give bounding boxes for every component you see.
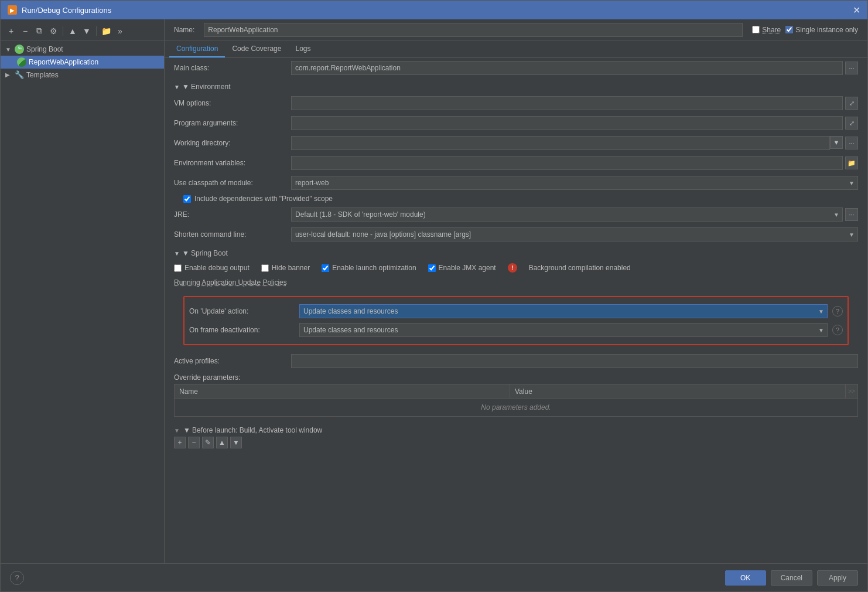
spring-boot-arrow-icon[interactable]: ▼ xyxy=(174,250,180,257)
before-launch-add-button[interactable]: + xyxy=(174,437,186,448)
enable-launch-opt-checkbox[interactable] xyxy=(322,264,329,272)
environment-arrow-icon[interactable]: ▼ xyxy=(174,84,180,90)
main-class-label: Main class: xyxy=(174,64,291,72)
tab-configuration[interactable]: Configuration xyxy=(169,42,225,57)
apply-button[interactable]: Apply xyxy=(817,570,858,586)
on-frame-select-wrapper: Update classes and resources Do nothing … xyxy=(299,323,828,337)
active-profiles-input[interactable] xyxy=(291,354,858,368)
program-args-field: ⤢ xyxy=(291,116,858,130)
main-class-browse-button[interactable]: ··· xyxy=(845,62,858,74)
before-launch-edit-button[interactable]: ✎ xyxy=(202,437,214,448)
jre-browse-button[interactable]: ··· xyxy=(845,208,858,221)
override-params-table: Name Value >> No parameters added. xyxy=(174,384,858,417)
settings-button[interactable]: ⚙ xyxy=(47,25,59,37)
jre-field: Default (1.8 - SDK of 'report-web' modul… xyxy=(291,207,858,222)
main-content: + − ⧉ ⚙ ▲ ▼ 📁 » ▼ 🍃 Spring Boot xyxy=(1,19,867,563)
sidebar-item-report-web-app[interactable]: ReportWebApplication xyxy=(1,56,164,69)
before-launch-remove-button[interactable]: − xyxy=(188,437,200,448)
enable-launch-opt-label: Enable launch optimization xyxy=(332,264,416,272)
classpath-select[interactable]: report-web xyxy=(291,176,858,190)
enable-jmx-checkbox-wrapper: Enable JMX agent xyxy=(428,264,496,272)
close-button[interactable]: ✕ xyxy=(853,5,860,16)
working-dir-browse-button[interactable]: ··· xyxy=(845,137,858,149)
include-deps-checkbox[interactable] xyxy=(183,195,191,203)
on-frame-label: On frame deactivation: xyxy=(189,326,295,334)
run-debug-configurations-dialog: ▶ Run/Debug Configurations ✕ + − ⧉ ⚙ ▲ ▼… xyxy=(0,0,868,592)
vm-options-input[interactable] xyxy=(291,96,843,110)
on-frame-row: On frame deactivation: Update classes an… xyxy=(189,321,843,339)
help-button[interactable]: ? xyxy=(10,571,24,585)
hide-banner-checkbox[interactable] xyxy=(261,264,269,272)
vm-options-row: VM options: ⤢ xyxy=(165,93,867,113)
env-vars-browse-button[interactable]: 📁 xyxy=(845,156,858,169)
on-frame-help-icon[interactable]: ? xyxy=(832,325,843,335)
classpath-label: Use classpath of module: xyxy=(174,179,291,187)
dialog-title: Run/Debug Configurations xyxy=(22,6,111,15)
add-config-button[interactable]: + xyxy=(5,25,17,37)
sidebar-item-spring-boot[interactable]: ▼ 🍃 Spring Boot xyxy=(1,43,164,56)
enable-debug-checkbox[interactable] xyxy=(174,264,182,272)
before-launch-up-button[interactable]: ▲ xyxy=(216,437,228,448)
sidebar: + − ⧉ ⚙ ▲ ▼ 📁 » ▼ 🍃 Spring Boot xyxy=(1,19,165,563)
no-params-text: No parameters added. xyxy=(481,403,551,411)
report-web-app-label: ReportWebApplication xyxy=(29,58,98,66)
program-args-label: Program arguments: xyxy=(174,119,291,127)
running-policies-label: Running Application Update Policies xyxy=(174,276,858,290)
templates-folder-icon: 🔧 xyxy=(15,70,24,79)
share-checkbox-wrapper: Share xyxy=(752,26,781,34)
policy-section: On 'Update' action: Update classes and r… xyxy=(183,296,849,345)
working-dir-input[interactable] xyxy=(291,136,830,150)
expand-button[interactable]: » xyxy=(114,25,126,37)
cancel-button[interactable]: Cancel xyxy=(771,570,812,586)
title-bar: ▶ Run/Debug Configurations ✕ xyxy=(1,1,867,19)
single-instance-label: Single instance only xyxy=(795,26,858,34)
working-dir-label: Working directory: xyxy=(174,139,291,147)
main-class-input[interactable] xyxy=(291,61,843,75)
override-params-section: Override parameters: Name Value >> No pa… xyxy=(165,371,867,419)
ok-button[interactable]: OK xyxy=(725,570,766,586)
enable-debug-label: Enable debug output xyxy=(184,264,250,272)
title-bar-left: ▶ Run/Debug Configurations xyxy=(8,5,111,15)
folder-button[interactable]: 📁 xyxy=(100,25,112,37)
working-dir-dropdown-button[interactable]: ▼ xyxy=(830,136,843,149)
jre-label: JRE: xyxy=(174,210,291,219)
move-up-button[interactable]: ▲ xyxy=(67,25,78,37)
shorten-cmd-row: Shorten command line: user-local default… xyxy=(165,224,867,244)
before-launch-down-button[interactable]: ▼ xyxy=(230,437,242,448)
spring-boot-checkboxes: Enable debug output Hide banner Enable l… xyxy=(174,263,858,273)
program-args-input[interactable] xyxy=(291,116,843,130)
tab-code-coverage[interactable]: Code Coverage xyxy=(225,42,288,57)
on-update-help-icon[interactable]: ? xyxy=(832,306,843,317)
main-class-row: Main class: ··· xyxy=(165,58,867,78)
program-args-expand-button[interactable]: ⤢ xyxy=(845,117,858,130)
jre-select[interactable]: Default (1.8 - SDK of 'report-web' modul… xyxy=(291,207,843,222)
copy-config-button[interactable]: ⧉ xyxy=(33,25,45,37)
enable-jmx-label: Enable JMX agent xyxy=(439,264,496,272)
table-value-header: Value xyxy=(510,385,846,398)
before-launch-header: ▼ ▼ Before launch: Build, Activate tool … xyxy=(174,426,858,434)
environment-label: ▼ Environment xyxy=(182,83,231,91)
enable-jmx-checkbox[interactable] xyxy=(428,264,436,272)
single-instance-checkbox-wrapper: Single instance only xyxy=(785,26,858,34)
vm-options-expand-button[interactable]: ⤢ xyxy=(845,97,858,110)
right-panel: Name: Share Single instance only Configu… xyxy=(165,19,867,563)
on-frame-select[interactable]: Update classes and resources Do nothing … xyxy=(299,323,828,337)
tab-logs[interactable]: Logs xyxy=(288,42,317,57)
share-checkbox[interactable] xyxy=(752,26,760,33)
shorten-cmd-select[interactable]: user-local default: none - java [options… xyxy=(291,227,858,241)
before-launch-label: ▼ Before launch: Build, Activate tool wi… xyxy=(183,426,322,434)
templates-label: Templates xyxy=(26,71,59,79)
on-update-select[interactable]: Update classes and resources Do nothing … xyxy=(299,304,828,318)
remove-config-button[interactable]: − xyxy=(19,25,31,37)
toolbar-separator-1 xyxy=(63,26,63,36)
move-down-button[interactable]: ▼ xyxy=(81,25,93,37)
name-input[interactable] xyxy=(204,23,743,37)
jre-row: JRE: Default (1.8 - SDK of 'report-web' … xyxy=(165,205,867,224)
single-instance-checkbox[interactable] xyxy=(785,26,793,33)
table-name-header: Name xyxy=(175,385,510,398)
sidebar-item-templates[interactable]: ▶ 🔧 Templates xyxy=(1,69,164,81)
env-vars-field: 📁 xyxy=(291,156,858,170)
spring-boot-icon: 🍃 xyxy=(15,45,24,54)
before-launch-arrow-icon[interactable]: ▼ xyxy=(174,427,180,434)
env-vars-input[interactable] xyxy=(291,156,843,170)
